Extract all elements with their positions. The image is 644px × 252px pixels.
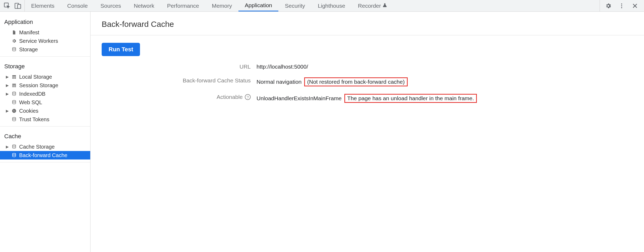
panel-tabs: Elements Console Sources Network Perform… [25, 0, 394, 11]
svg-point-26 [13, 153, 16, 155]
caret-icon[interactable]: ▶ [5, 145, 9, 149]
sidebar-item-label: Web SQL [19, 99, 42, 106]
caret-icon[interactable]: ▶ [5, 92, 9, 96]
svg-point-3 [621, 3, 622, 5]
row-label: Back-forward Cache Status [102, 77, 251, 84]
row-bfcache-status: Back-forward Cache Status Normal navigat… [102, 77, 633, 86]
tab-label: Sources [101, 3, 121, 9]
page-title: Back-forward Cache [102, 20, 633, 29]
tab-label: Memory [212, 3, 232, 9]
grid-icon [11, 74, 17, 79]
svg-point-4 [621, 5, 622, 6]
database-icon [11, 144, 17, 149]
svg-rect-11 [14, 78, 16, 79]
sidebar-item-label: Service Workers [19, 38, 58, 44]
svg-rect-15 [12, 86, 14, 87]
more-icon[interactable] [618, 3, 625, 9]
sidebar-item-cache-storage[interactable]: ▶ Cache Storage [0, 142, 90, 151]
tab-network[interactable]: Network [127, 0, 161, 11]
row-label: Actionable [217, 94, 243, 100]
sidebar-item-back-forward-cache[interactable]: ▶ Back-forward Cache [0, 151, 90, 159]
tabbar-left-controls [2, 0, 25, 11]
gear-icon [11, 39, 17, 43]
content-pane: Back-forward Cache Run Test URL http://l… [90, 12, 644, 252]
svg-rect-10 [12, 78, 14, 79]
status-value-main: Normal navigation [257, 79, 302, 85]
file-icon [11, 30, 17, 35]
sidebar-item-label: IndexedDB [19, 91, 46, 97]
settings-icon[interactable] [605, 3, 612, 9]
sidebar-item-indexeddb[interactable]: ▶ IndexedDB [0, 90, 90, 98]
svg-rect-9 [14, 77, 16, 77]
grid-icon [11, 83, 17, 88]
tab-label: Performance [167, 3, 199, 9]
svg-rect-8 [12, 77, 14, 77]
svg-point-24 [13, 117, 16, 119]
application-sidebar[interactable]: Application ▶ Manifest ▶ Service Workers… [0, 12, 90, 252]
row-url: URL http://localhost:5000/ [102, 64, 633, 70]
caret-icon[interactable]: ▶ [5, 83, 9, 87]
sidebar-item-session-storage[interactable]: ▶ Session Storage [0, 81, 90, 90]
svg-rect-2 [18, 4, 21, 8]
tab-sources[interactable]: Sources [94, 0, 127, 11]
tabbar-right-controls [600, 0, 642, 11]
help-icon[interactable]: ? [245, 94, 251, 100]
svg-point-25 [13, 145, 16, 146]
tab-label: Elements [31, 3, 55, 9]
svg-point-19 [12, 109, 16, 113]
tab-label: Lighthouse [318, 3, 345, 9]
cookie-icon [11, 108, 17, 113]
sidebar-item-manifest[interactable]: ▶ Manifest [0, 28, 90, 37]
svg-point-20 [13, 110, 14, 111]
tab-application[interactable]: Application [238, 0, 279, 11]
svg-rect-7 [12, 75, 16, 76]
tab-console[interactable]: Console [61, 0, 94, 11]
svg-point-6 [13, 48, 16, 49]
sidebar-item-local-storage[interactable]: ▶ Local Storage [0, 73, 90, 81]
tab-label: Console [67, 3, 88, 9]
status-value-highlight: (Not restored from back-forward cache) [304, 77, 407, 86]
database-icon [11, 91, 17, 96]
tab-label: Security [285, 3, 305, 9]
sidebar-item-storage[interactable]: ▶ Storage [0, 45, 90, 54]
sidebar-item-websql[interactable]: ▶ Web SQL [0, 98, 90, 107]
sidebar-item-service-workers[interactable]: ▶ Service Workers [0, 37, 90, 45]
run-test-button[interactable]: Run Test [102, 43, 140, 56]
database-icon [11, 100, 17, 105]
sidebar-item-label: Manifest [19, 30, 39, 36]
tab-label: Network [134, 3, 154, 9]
sidebar-item-label: Local Storage [19, 74, 52, 80]
caret-icon[interactable]: ▶ [5, 75, 9, 79]
sidebar-section-storage: Storage ▶ Local Storage ▶ Session Storag… [0, 61, 90, 127]
sidebar-item-label: Trust Tokens [19, 116, 49, 123]
close-icon[interactable] [632, 3, 638, 9]
database-icon [11, 47, 17, 52]
tab-recorder[interactable]: Recorder [352, 0, 394, 11]
sidebar-item-label: Cookies [19, 108, 38, 114]
caret-icon[interactable]: ▶ [5, 109, 9, 113]
tab-performance[interactable]: Performance [161, 0, 205, 11]
inspect-element-icon[interactable] [4, 2, 11, 9]
svg-rect-14 [14, 85, 16, 86]
svg-rect-13 [12, 85, 14, 86]
sidebar-section-cache: Cache ▶ Cache Storage ▶ Back-forward Cac… [0, 131, 90, 162]
sidebar-item-trust-tokens[interactable]: ▶ Trust Tokens [0, 115, 90, 124]
tab-elements[interactable]: Elements [25, 0, 61, 11]
sidebar-item-cookies[interactable]: ▶ Cookies [0, 107, 90, 115]
row-value: http://localhost:5000/ [257, 64, 308, 70]
database-icon [11, 117, 17, 122]
tab-lighthouse[interactable]: Lighthouse [311, 0, 352, 11]
database-icon [11, 153, 17, 158]
svg-point-18 [13, 100, 16, 102]
sidebar-section-application: Application ▶ Manifest ▶ Service Workers… [0, 16, 90, 57]
svg-point-21 [14, 110, 15, 111]
tab-memory[interactable]: Memory [205, 0, 238, 11]
actionable-value-main: UnloadHandlerExistsInMainFrame [257, 95, 342, 102]
device-toolbar-icon[interactable] [14, 2, 21, 9]
tab-label: Recorder [358, 3, 381, 9]
divider [90, 35, 644, 35]
tab-security[interactable]: Security [278, 0, 311, 11]
actionable-value-highlight: The page has an unload handler in the ma… [344, 94, 477, 103]
sidebar-section-title: Application [0, 16, 90, 28]
sidebar-item-label: Cache Storage [19, 144, 55, 150]
